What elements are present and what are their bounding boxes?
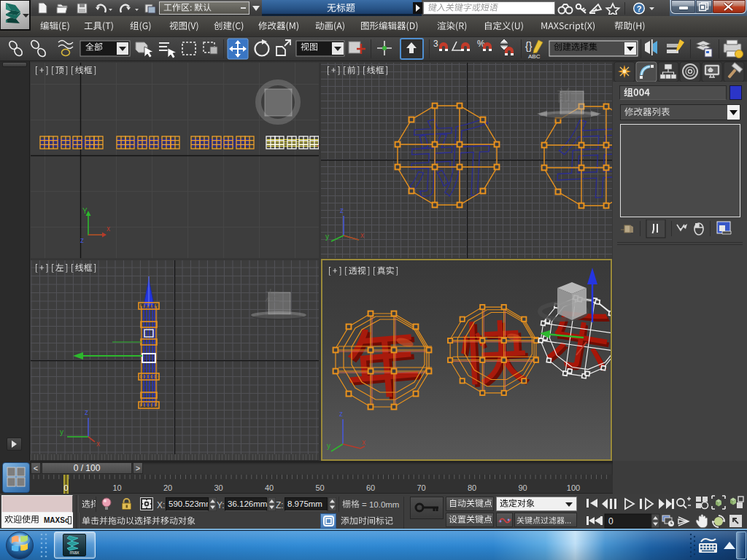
svg-text:10: 10 [112, 483, 121, 492]
svg-text:0: 0 [63, 483, 68, 492]
svg-text:70: 70 [417, 483, 425, 492]
svg-text:40: 40 [265, 483, 274, 492]
svg-text:z: z [80, 236, 84, 244]
svg-text:60: 60 [366, 483, 375, 492]
svg-text:max: max [69, 550, 80, 555]
svg-text:z: z [85, 408, 88, 416]
svg-text:ABC: ABC [528, 53, 541, 60]
svg-text:30: 30 [214, 483, 222, 492]
svg-text:{}: {} [525, 40, 533, 52]
svg-text:20: 20 [163, 483, 172, 492]
svg-text:y: y [60, 428, 63, 436]
svg-text:80: 80 [468, 483, 476, 492]
svg-text:90: 90 [518, 483, 527, 492]
svg-text:y: y [327, 442, 330, 450]
svg-text:Y: Y [82, 207, 88, 215]
svg-text:100: 100 [567, 483, 580, 492]
svg-text:z: z [339, 410, 343, 418]
svg-text:?: ? [637, 4, 642, 13]
svg-text:x: x [107, 225, 110, 233]
svg-text:50: 50 [315, 483, 324, 492]
svg-text:3: 3 [433, 39, 438, 49]
svg-text:x: x [96, 440, 100, 448]
svg-text:0: 0 [608, 516, 614, 526]
svg-text:y: y [325, 233, 329, 241]
svg-text:z: z [340, 206, 344, 214]
svg-text:x: x [362, 438, 365, 446]
svg-text:x: x [360, 231, 364, 239]
